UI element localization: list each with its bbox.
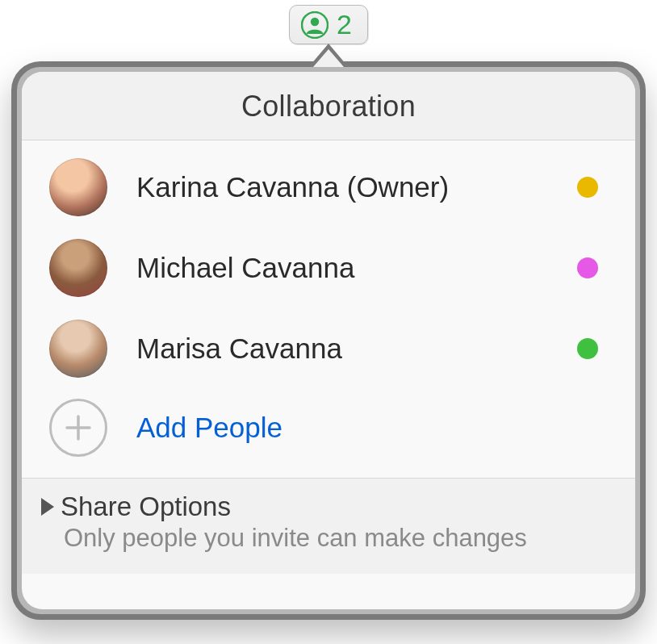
share-options-subtitle: Only people you invite can make changes [38,524,619,553]
participant-list: Karina Cavanna (Owner) Michael Cavanna M… [22,140,635,478]
collaboration-popover: Collaboration Karina Cavanna (Owner) Mic… [11,61,646,620]
participant-name: Michael Cavanna [136,252,548,284]
avatar [49,158,107,216]
plus-icon [49,399,107,457]
color-dot [577,338,598,359]
participant-row[interactable]: Karina Cavanna (Owner) [22,147,635,228]
collaboration-button[interactable]: 2 [289,5,368,44]
participant-name: Karina Cavanna (Owner) [136,171,548,203]
color-dot [577,177,598,198]
collaborator-count: 2 [337,9,353,40]
share-options-section: Share Options Only people you invite can… [22,478,635,574]
svg-point-1 [311,17,319,25]
add-people-label: Add People [136,412,282,444]
participant-row[interactable]: Michael Cavanna [22,228,635,308]
avatar [49,239,107,297]
person-icon [301,11,328,39]
color-dot [577,257,598,278]
participant-row[interactable]: Marisa Cavanna [22,308,635,389]
disclosure-triangle-icon [41,498,54,516]
add-people-button[interactable]: Add People [22,389,635,478]
participant-name: Marisa Cavanna [136,332,548,365]
avatar [49,320,107,378]
share-options-toggle[interactable]: Share Options [38,491,619,522]
share-options-title: Share Options [61,491,231,522]
popover-title: Collaboration [22,72,635,140]
